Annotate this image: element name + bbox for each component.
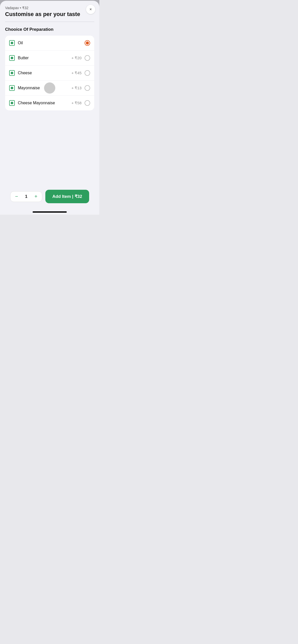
radio-mayonnaise[interactable]	[85, 85, 90, 91]
radio-cheese-mayo[interactable]	[85, 100, 90, 106]
option-cheese[interactable]: Cheese + ₹45	[5, 66, 94, 81]
option-label-oil: Oil	[18, 41, 85, 45]
option-price-butter: + ₹20	[71, 56, 82, 60]
option-label-mayonnaise: Mayonnaise	[18, 86, 71, 90]
bottom-sheet: × Vadapav • ₹32 Customise as per your ta…	[0, 1, 99, 215]
options-card: Oil Butter + ₹20 Cheese + ₹4	[5, 36, 94, 110]
radio-butter[interactable]	[85, 55, 90, 61]
option-price-cheese: + ₹45	[71, 71, 82, 75]
option-mayonnaise[interactable]: Mayonnaise + ₹13	[5, 81, 94, 96]
increment-button[interactable]: +	[32, 193, 40, 201]
action-bar: − 1 + Add Item | ₹32	[5, 186, 94, 211]
scroll-spacer	[5, 114, 94, 186]
veg-icon-oil	[9, 40, 15, 46]
radio-cheese[interactable]	[85, 70, 90, 76]
modal-overlay: × Vadapav • ₹32 Customise as per your ta…	[0, 0, 99, 215]
veg-icon-cheese-mayo	[9, 100, 15, 106]
veg-icon-cheese	[9, 70, 15, 76]
option-price-mayonnaise: + ₹13	[71, 86, 82, 90]
option-price-cheese-mayo: + ₹58	[71, 101, 82, 105]
add-button-label: Add Item | ₹32	[52, 194, 82, 199]
option-label-butter: Butter	[18, 56, 71, 60]
option-label-cheese-mayo: Cheese Mayonnaise	[18, 101, 71, 105]
add-item-button[interactable]: Add Item | ₹32	[45, 190, 89, 203]
home-bar	[33, 211, 67, 213]
item-title: Customise as per your taste	[5, 11, 94, 18]
radio-oil[interactable]	[85, 40, 90, 46]
option-oil[interactable]: Oil	[5, 36, 94, 51]
quantity-value: 1	[24, 194, 29, 199]
item-subtitle: Vadapav • ₹32	[5, 6, 94, 10]
quantity-control: − 1 +	[10, 191, 42, 202]
veg-icon-mayonnaise	[9, 85, 15, 91]
close-icon: ×	[89, 7, 92, 12]
decrement-button[interactable]: −	[12, 193, 21, 201]
option-cheese-mayo[interactable]: Cheese Mayonnaise + ₹58	[5, 96, 94, 110]
section-title: Chooice Of Preparation	[5, 27, 94, 32]
option-label-cheese: Cheese	[18, 71, 71, 75]
home-indicator	[5, 211, 94, 215]
divider	[5, 22, 94, 22]
option-butter[interactable]: Butter + ₹20	[5, 51, 94, 66]
close-button[interactable]: ×	[86, 5, 95, 14]
veg-icon-butter	[9, 55, 15, 61]
